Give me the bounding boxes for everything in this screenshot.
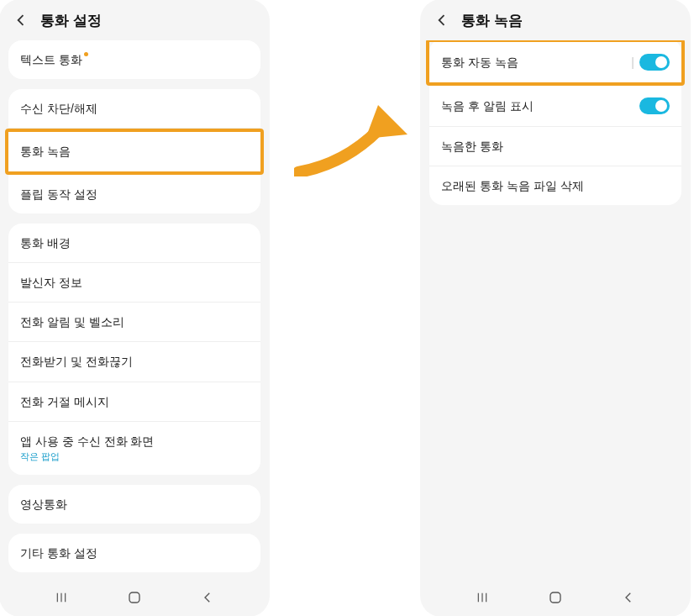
setting-reject-message[interactable]: 전화 거절 메시지 — [8, 382, 260, 422]
settings-group: 수신 차단/해제 통화 녹음 플립 동작 설정 — [8, 89, 260, 213]
setting-label: 플립 동작 설정 — [20, 187, 97, 202]
setting-label: 녹음한 통화 — [441, 139, 503, 154]
header: 통화 녹음 — [421, 0, 690, 40]
setting-text-call[interactable]: 텍스트 통화 — [8, 40, 260, 79]
setting-label: 발신자 정보 — [20, 275, 82, 290]
back-icon[interactable] — [12, 11, 30, 29]
svg-rect-8 — [550, 592, 560, 603]
setting-label: 앱 사용 중 수신 전화 화면 — [20, 434, 154, 449]
toggle-on-icon[interactable] — [639, 54, 670, 71]
setting-notify-after-record[interactable]: 녹음 후 알림 표시 — [429, 86, 681, 127]
divider-icon: | — [631, 55, 634, 69]
svg-marker-4 — [365, 105, 407, 139]
setting-alerts-ringtones[interactable]: 전화 알림 및 벨소리 — [8, 303, 260, 342]
setting-label: 텍스트 통화 — [20, 53, 82, 66]
setting-video-call[interactable]: 영상통화 — [8, 485, 260, 524]
setting-label: 통화 녹음 — [20, 144, 71, 159]
home-icon[interactable] — [545, 587, 565, 608]
setting-label: 수신 차단/해제 — [20, 101, 97, 116]
recents-icon[interactable] — [472, 587, 492, 608]
setting-label: 통화 배경 — [20, 235, 71, 250]
header: 통화 설정 — [0, 0, 269, 40]
toggle-on-icon[interactable] — [639, 97, 670, 114]
settings-group: 기타 통화 설정 — [8, 534, 260, 572]
highlighted-setting: 통화 녹음 — [5, 129, 264, 174]
setting-label: 전화 알림 및 벨소리 — [20, 314, 124, 329]
setting-sublabel: 작은 팝업 — [20, 450, 154, 463]
setting-other-call[interactable]: 기타 통화 설정 — [8, 534, 260, 572]
settings-list: 텍스트 통화 수신 차단/해제 통화 녹음 플립 동작 설정 — [0, 40, 269, 579]
home-icon[interactable] — [124, 587, 145, 608]
phone-screen-right: 통화 녹음 통화 자동 녹음 | 녹음 후 알림 표시 — [421, 0, 690, 616]
back-nav-icon[interactable] — [197, 587, 218, 608]
setting-label: 통화 자동 녹음 — [441, 55, 518, 70]
phone-screen-left: 통화 설정 텍스트 통화 수신 차단/해제 통화 녹음 — [0, 0, 269, 616]
nav-bar — [0, 579, 269, 616]
setting-auto-record[interactable]: 통화 자동 녹음 | — [429, 42, 681, 82]
setting-label: 녹음 후 알림 표시 — [441, 98, 534, 113]
settings-group: 통화 자동 녹음 | 녹음 후 알림 표시 녹음한 통화 오래된 통화 녹음 — [429, 40, 681, 205]
setting-caller-info[interactable]: 발신자 정보 — [8, 263, 260, 303]
setting-call-background[interactable]: 통화 배경 — [8, 224, 260, 263]
setting-block-unblock[interactable]: 수신 차단/해제 — [8, 89, 260, 129]
svg-rect-3 — [129, 592, 139, 603]
setting-incoming-while-app[interactable]: 앱 사용 중 수신 전화 화면 작은 팝업 — [8, 422, 260, 475]
settings-list: 통화 자동 녹음 | 녹음 후 알림 표시 녹음한 통화 오래된 통화 녹음 — [421, 40, 690, 579]
setting-label: 영상통화 — [20, 497, 67, 512]
setting-label: 전화 거절 메시지 — [20, 394, 109, 409]
setting-answer-end[interactable]: 전화받기 및 전화끊기 — [8, 342, 260, 382]
setting-label: 오래된 통화 녹음 파일 삭제 — [441, 178, 584, 193]
settings-group: 영상통화 — [8, 485, 260, 524]
back-icon[interactable] — [433, 11, 451, 29]
page-title: 통화 설정 — [40, 11, 102, 30]
highlighted-setting: 통화 자동 녹음 | — [426, 40, 685, 86]
setting-label: 전화받기 및 전화끊기 — [20, 354, 133, 369]
page-title: 통화 녹음 — [461, 11, 523, 30]
nav-bar — [421, 579, 690, 616]
new-badge-icon — [84, 52, 88, 56]
setting-flip-action[interactable]: 플립 동작 설정 — [8, 175, 260, 213]
setting-delete-old-recordings[interactable]: 오래된 통화 녹음 파일 삭제 — [429, 166, 681, 205]
setting-label: 기타 통화 설정 — [20, 545, 97, 561]
setting-call-recording[interactable]: 통화 녹음 — [8, 132, 260, 171]
recents-icon[interactable] — [51, 587, 71, 608]
setting-recorded-calls[interactable]: 녹음한 통화 — [429, 127, 681, 166]
back-nav-icon[interactable] — [618, 587, 639, 608]
settings-group: 통화 배경 발신자 정보 전화 알림 및 벨소리 전화받기 및 전화끊기 전화 … — [8, 224, 260, 475]
arrow-icon — [294, 101, 420, 176]
settings-group: 텍스트 통화 — [8, 40, 260, 79]
